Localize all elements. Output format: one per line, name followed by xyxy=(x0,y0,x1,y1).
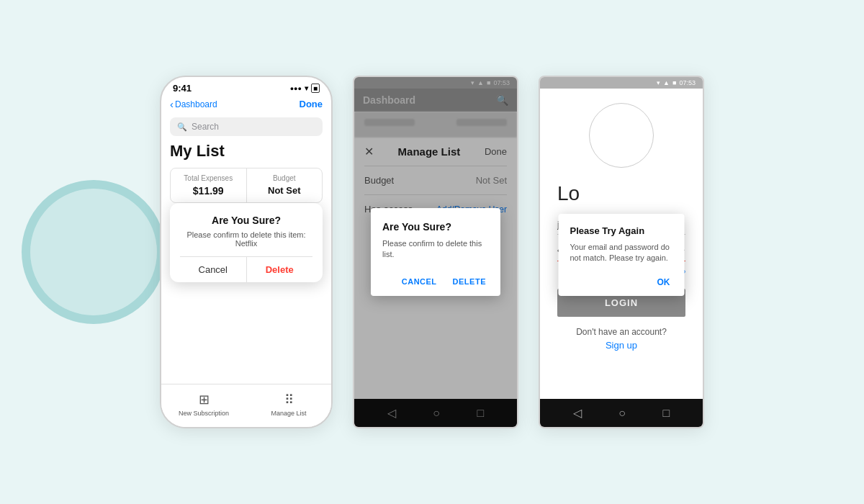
wifi-icon-3: ▾ xyxy=(657,79,660,86)
android-nav-bar-3: ◁ ○ □ xyxy=(540,399,703,427)
phone-ios-frame: 9:41 ●●● ▾ ■ ‹ Dashboard Done 🔍 Search M… xyxy=(160,76,333,428)
android-status-bar-3: ▾ ▲ ■ 07:53 xyxy=(540,77,703,89)
nav-square-icon-3[interactable]: □ xyxy=(663,407,670,420)
total-expenses-cell: Total Expenses $11.99 xyxy=(171,168,247,202)
manage-list-nav[interactable]: ⠿ Manage List xyxy=(246,392,331,417)
avatar xyxy=(589,103,654,168)
login-alert-message: Your email and password do not match. Pl… xyxy=(570,242,673,264)
back-chevron-icon: ‹ xyxy=(170,98,174,110)
ios-alert-box: Are You Sure? Please confirm to delete t… xyxy=(170,203,323,282)
android-alert-title: Are You Sure? xyxy=(382,221,489,233)
ios-nav-bar: ‹ Dashboard Done xyxy=(161,96,331,114)
total-expenses-label: Total Expenses xyxy=(178,174,239,182)
search-icon: 🔍 xyxy=(177,122,187,132)
add-icon: ⊞ xyxy=(199,392,210,408)
signal-icon: ●●● xyxy=(290,85,302,92)
search-bar[interactable]: 🔍 Search xyxy=(170,117,323,136)
back-button[interactable]: ‹ Dashboard xyxy=(170,98,217,110)
phone-android-manage-frame: ▾ ▲ ■ 07:53 Dashboard 🔍 ✕ Manage List Do… xyxy=(353,76,518,428)
login-alert-title: Please Try Again xyxy=(570,225,673,236)
done-button[interactable]: Done xyxy=(300,99,323,109)
page-title: My List xyxy=(161,142,331,168)
nav-home-icon-3[interactable]: ○ xyxy=(618,407,626,420)
new-subscription-nav[interactable]: ⊞ New Subscription xyxy=(161,392,246,417)
new-subscription-label: New Subscription xyxy=(179,410,229,417)
delete-button[interactable]: Delete xyxy=(247,257,313,282)
signal-icon-3: ▲ xyxy=(663,79,670,86)
ios-time: 9:41 xyxy=(173,83,192,94)
grid-icon: ⠿ xyxy=(284,392,294,408)
alert-buttons: Cancel Delete xyxy=(180,256,312,282)
ios-status-bar: 9:41 ●●● ▾ ■ xyxy=(161,77,331,96)
budget-value: Not Set xyxy=(254,185,315,196)
screens-container: 9:41 ●●● ▾ ■ ‹ Dashboard Done 🔍 Search M… xyxy=(160,76,704,428)
budget-cell: Budget Not Set xyxy=(247,168,323,202)
phone-android-login-frame: ▾ ▲ ■ 07:53 Lo 👁 Forgot password? LOGIN xyxy=(539,76,704,428)
login-alert-ok: OK xyxy=(570,274,673,290)
alert-overlay: − Netflix ≡ Are You Sure? Please confirm… xyxy=(170,210,323,304)
no-account-text: Don't have an account? xyxy=(576,327,667,337)
signup-link[interactable]: Sign up xyxy=(606,340,637,351)
android-time-3: 07:53 xyxy=(679,79,696,86)
manage-list-label: Manage List xyxy=(271,410,306,417)
back-label: Dashboard xyxy=(175,99,217,109)
ios-bottom-nav: ⊞ New Subscription ⠿ Manage List xyxy=(161,384,331,427)
nav-back-icon-3[interactable]: ◁ xyxy=(573,406,582,420)
ios-status-icons: ●●● ▾ ■ xyxy=(290,84,320,93)
battery-icon: ■ xyxy=(311,84,320,93)
decorative-circle xyxy=(22,180,166,324)
login-alert-box: Please Try Again Your email and password… xyxy=(559,214,685,296)
total-expenses-value: $11.99 xyxy=(178,185,239,197)
cancel-button[interactable]: Cancel xyxy=(180,257,247,282)
android-alert-box: Are You Sure? Please confirm to delete t… xyxy=(371,208,500,297)
android-alert-message: Please confirm to delete this list. xyxy=(382,238,489,261)
android-cancel-button[interactable]: CANCEL xyxy=(399,273,440,290)
android-delete-button[interactable]: DELETE xyxy=(450,273,489,290)
stats-row: Total Expenses $11.99 Budget Not Set xyxy=(170,168,323,203)
android-alert-overlay: Are You Sure? Please confirm to delete t… xyxy=(354,77,517,427)
battery-icon-3: ■ xyxy=(672,79,676,86)
alert-title: Are You Sure? xyxy=(180,215,312,226)
search-placeholder: Search xyxy=(192,122,219,132)
alert-message: Please confirm to delete this item: Netf… xyxy=(180,230,312,248)
wifi-icon: ▾ xyxy=(305,84,308,92)
budget-label: Budget xyxy=(254,174,315,182)
android-alert-buttons: CANCEL DELETE xyxy=(382,270,489,290)
login-title: Lo xyxy=(557,182,580,205)
ok-button[interactable]: OK xyxy=(654,274,673,290)
